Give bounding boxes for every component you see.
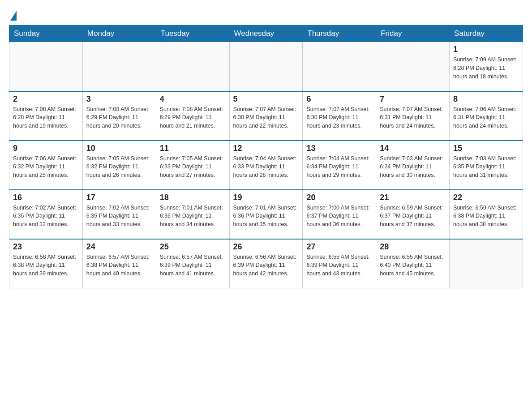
day-of-week-header: Thursday bbox=[303, 26, 376, 42]
day-of-week-header: Friday bbox=[376, 26, 450, 42]
day-number: 1 bbox=[453, 45, 519, 54]
day-number: 11 bbox=[160, 144, 226, 153]
day-info: Sunrise: 7:05 AM Sunset: 6:33 PM Dayligh… bbox=[160, 154, 226, 180]
day-info: Sunrise: 7:02 AM Sunset: 6:35 PM Dayligh… bbox=[86, 204, 152, 229]
day-number: 12 bbox=[233, 144, 299, 153]
day-info: Sunrise: 6:59 AM Sunset: 6:37 PM Dayligh… bbox=[380, 204, 446, 229]
calendar-cell: 22Sunrise: 6:59 AM Sunset: 6:38 PM Dayli… bbox=[450, 190, 523, 239]
calendar-cell: 15Sunrise: 7:03 AM Sunset: 6:35 PM Dayli… bbox=[450, 141, 523, 190]
calendar-cell: 21Sunrise: 6:59 AM Sunset: 6:37 PM Dayli… bbox=[376, 190, 450, 239]
calendar-week-row: 2Sunrise: 7:08 AM Sunset: 6:28 PM Daylig… bbox=[9, 91, 523, 141]
day-info: Sunrise: 7:02 AM Sunset: 6:35 PM Dayligh… bbox=[13, 204, 79, 229]
calendar-cell: 7Sunrise: 7:07 AM Sunset: 6:31 PM Daylig… bbox=[376, 91, 450, 141]
day-number: 9 bbox=[13, 144, 79, 153]
calendar-cell: 26Sunrise: 6:56 AM Sunset: 6:39 PM Dayli… bbox=[229, 239, 303, 288]
day-of-week-header: Tuesday bbox=[156, 26, 229, 42]
day-number: 26 bbox=[233, 242, 299, 252]
calendar-cell: 9Sunrise: 7:06 AM Sunset: 6:32 PM Daylig… bbox=[9, 141, 83, 190]
calendar-cell bbox=[9, 42, 83, 91]
day-info: Sunrise: 7:07 AM Sunset: 6:31 PM Dayligh… bbox=[380, 105, 446, 130]
calendar-cell: 16Sunrise: 7:02 AM Sunset: 6:35 PM Dayli… bbox=[9, 190, 83, 239]
day-number: 22 bbox=[453, 193, 519, 202]
calendar-cell: 28Sunrise: 6:55 AM Sunset: 6:40 PM Dayli… bbox=[376, 239, 450, 288]
calendar-cell: 6Sunrise: 7:07 AM Sunset: 6:30 PM Daylig… bbox=[303, 91, 376, 141]
day-number: 16 bbox=[13, 193, 79, 202]
calendar-cell: 24Sunrise: 6:57 AM Sunset: 6:38 PM Dayli… bbox=[82, 239, 156, 288]
day-info: Sunrise: 6:55 AM Sunset: 6:40 PM Dayligh… bbox=[380, 253, 446, 278]
page-header bbox=[9, 9, 523, 21]
day-info: Sunrise: 6:59 AM Sunset: 6:38 PM Dayligh… bbox=[453, 204, 519, 229]
day-info: Sunrise: 7:00 AM Sunset: 6:37 PM Dayligh… bbox=[306, 204, 372, 229]
day-number: 24 bbox=[86, 242, 152, 252]
day-info: Sunrise: 6:57 AM Sunset: 6:39 PM Dayligh… bbox=[160, 253, 226, 278]
calendar-cell: 2Sunrise: 7:08 AM Sunset: 6:28 PM Daylig… bbox=[9, 91, 83, 141]
day-info: Sunrise: 7:08 AM Sunset: 6:29 PM Dayligh… bbox=[86, 105, 152, 130]
day-info: Sunrise: 7:07 AM Sunset: 6:30 PM Dayligh… bbox=[233, 105, 299, 130]
calendar-cell: 18Sunrise: 7:01 AM Sunset: 6:36 PM Dayli… bbox=[156, 190, 229, 239]
day-info: Sunrise: 7:07 AM Sunset: 6:30 PM Dayligh… bbox=[306, 105, 372, 130]
logo bbox=[9, 9, 17, 21]
day-number: 25 bbox=[160, 242, 226, 252]
day-info: Sunrise: 7:03 AM Sunset: 6:35 PM Dayligh… bbox=[453, 154, 519, 180]
day-info: Sunrise: 6:55 AM Sunset: 6:39 PM Dayligh… bbox=[306, 253, 372, 278]
calendar-cell: 25Sunrise: 6:57 AM Sunset: 6:39 PM Dayli… bbox=[156, 239, 229, 288]
day-of-week-header: Wednesday bbox=[229, 26, 303, 42]
calendar-cell bbox=[156, 42, 229, 91]
day-info: Sunrise: 6:57 AM Sunset: 6:38 PM Dayligh… bbox=[86, 253, 152, 278]
day-info: Sunrise: 7:05 AM Sunset: 6:32 PM Dayligh… bbox=[86, 154, 152, 180]
day-number: 8 bbox=[453, 94, 519, 104]
day-number: 14 bbox=[380, 144, 446, 153]
calendar-table: SundayMondayTuesdayWednesdayThursdayFrid… bbox=[9, 25, 523, 288]
day-number: 17 bbox=[86, 193, 152, 202]
day-number: 13 bbox=[306, 144, 372, 153]
calendar-cell: 5Sunrise: 7:07 AM Sunset: 6:30 PM Daylig… bbox=[229, 91, 303, 141]
calendar-cell: 14Sunrise: 7:03 AM Sunset: 6:34 PM Dayli… bbox=[376, 141, 450, 190]
calendar-cell: 4Sunrise: 7:08 AM Sunset: 6:29 PM Daylig… bbox=[156, 91, 229, 141]
calendar-cell: 12Sunrise: 7:04 AM Sunset: 6:33 PM Dayli… bbox=[229, 141, 303, 190]
day-number: 6 bbox=[306, 94, 372, 104]
logo-top bbox=[9, 9, 17, 21]
day-info: Sunrise: 7:04 AM Sunset: 6:33 PM Dayligh… bbox=[233, 154, 299, 180]
day-info: Sunrise: 6:58 AM Sunset: 6:38 PM Dayligh… bbox=[13, 253, 79, 278]
day-number: 15 bbox=[453, 144, 519, 153]
calendar-cell: 1Sunrise: 7:09 AM Sunset: 6:28 PM Daylig… bbox=[450, 42, 523, 91]
calendar-cell: 3Sunrise: 7:08 AM Sunset: 6:29 PM Daylig… bbox=[82, 91, 156, 141]
calendar-cell: 27Sunrise: 6:55 AM Sunset: 6:39 PM Dayli… bbox=[303, 239, 376, 288]
calendar-cell: 23Sunrise: 6:58 AM Sunset: 6:38 PM Dayli… bbox=[9, 239, 83, 288]
day-number: 23 bbox=[13, 242, 79, 252]
day-info: Sunrise: 7:04 AM Sunset: 6:34 PM Dayligh… bbox=[306, 154, 372, 180]
day-info: Sunrise: 7:06 AM Sunset: 6:32 PM Dayligh… bbox=[13, 154, 79, 180]
calendar-cell: 19Sunrise: 7:01 AM Sunset: 6:36 PM Dayli… bbox=[229, 190, 303, 239]
day-number: 3 bbox=[86, 94, 152, 104]
day-of-week-header: Saturday bbox=[450, 26, 523, 42]
calendar-cell: 13Sunrise: 7:04 AM Sunset: 6:34 PM Dayli… bbox=[303, 141, 376, 190]
calendar-cell: 10Sunrise: 7:05 AM Sunset: 6:32 PM Dayli… bbox=[82, 141, 156, 190]
day-info: Sunrise: 7:08 AM Sunset: 6:28 PM Dayligh… bbox=[13, 105, 79, 130]
day-number: 10 bbox=[86, 144, 152, 153]
day-info: Sunrise: 7:06 AM Sunset: 6:31 PM Dayligh… bbox=[453, 105, 519, 130]
day-number: 5 bbox=[233, 94, 299, 104]
calendar-cell bbox=[303, 42, 376, 91]
day-number: 21 bbox=[380, 193, 446, 202]
day-info: Sunrise: 6:56 AM Sunset: 6:39 PM Dayligh… bbox=[233, 253, 299, 278]
day-number: 20 bbox=[306, 193, 372, 202]
calendar-week-row: 16Sunrise: 7:02 AM Sunset: 6:35 PM Dayli… bbox=[9, 190, 523, 239]
day-number: 4 bbox=[160, 94, 226, 104]
day-info: Sunrise: 7:09 AM Sunset: 6:28 PM Dayligh… bbox=[453, 56, 519, 81]
day-number: 7 bbox=[380, 94, 446, 104]
day-number: 19 bbox=[233, 193, 299, 202]
calendar-week-row: 1Sunrise: 7:09 AM Sunset: 6:28 PM Daylig… bbox=[9, 42, 523, 91]
day-info: Sunrise: 7:03 AM Sunset: 6:34 PM Dayligh… bbox=[380, 154, 446, 180]
calendar-cell: 11Sunrise: 7:05 AM Sunset: 6:33 PM Dayli… bbox=[156, 141, 229, 190]
day-info: Sunrise: 7:01 AM Sunset: 6:36 PM Dayligh… bbox=[233, 204, 299, 229]
calendar-week-row: 23Sunrise: 6:58 AM Sunset: 6:38 PM Dayli… bbox=[9, 239, 523, 288]
calendar-cell: 20Sunrise: 7:00 AM Sunset: 6:37 PM Dayli… bbox=[303, 190, 376, 239]
calendar-cell: 17Sunrise: 7:02 AM Sunset: 6:35 PM Dayli… bbox=[82, 190, 156, 239]
calendar-cell bbox=[229, 42, 303, 91]
calendar-header-row: SundayMondayTuesdayWednesdayThursdayFrid… bbox=[9, 26, 523, 42]
day-number: 18 bbox=[160, 193, 226, 202]
day-of-week-header: Sunday bbox=[9, 26, 83, 42]
day-number: 28 bbox=[380, 242, 446, 252]
day-info: Sunrise: 7:01 AM Sunset: 6:36 PM Dayligh… bbox=[160, 204, 226, 229]
day-number: 27 bbox=[306, 242, 372, 252]
